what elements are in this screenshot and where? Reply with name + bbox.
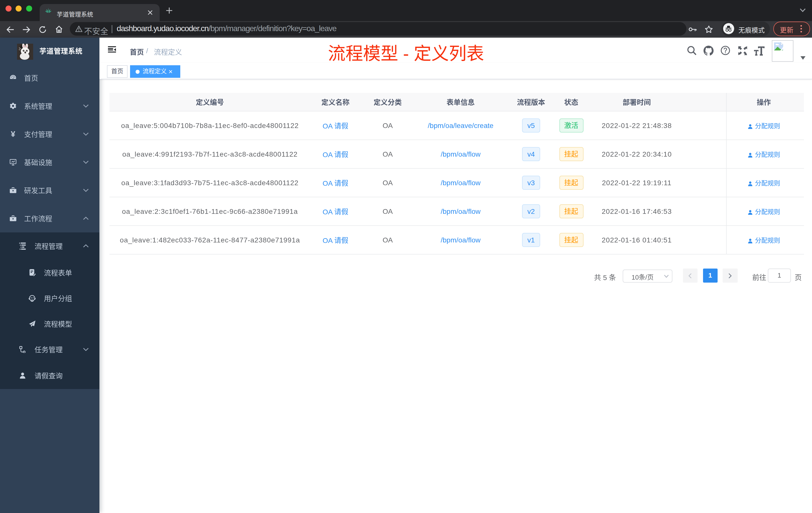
svg-text:¥: ¥ bbox=[10, 130, 15, 137]
